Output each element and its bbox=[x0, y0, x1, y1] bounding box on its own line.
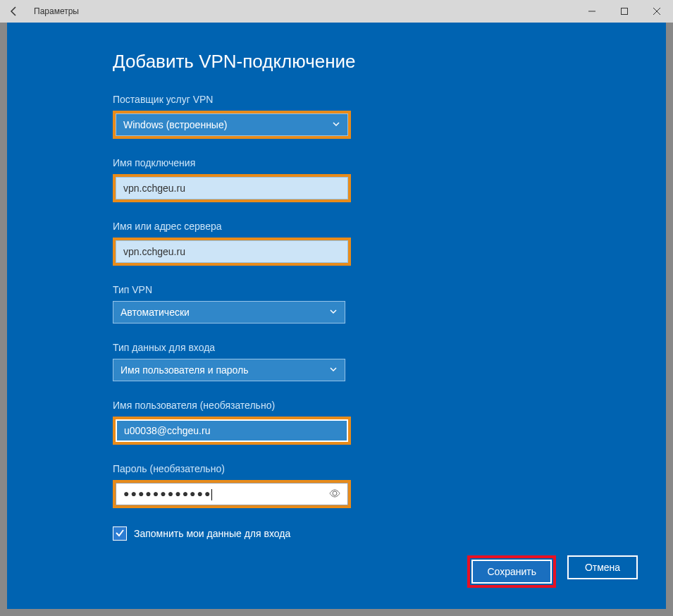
close-button[interactable] bbox=[641, 0, 673, 23]
username-input[interactable]: u00038@cchgeu.ru bbox=[116, 419, 348, 442]
checkmark-icon bbox=[115, 528, 125, 540]
username-label: Имя пользователя (необязательно) bbox=[113, 400, 631, 411]
dropdown-value: Имя пользователя и пароль bbox=[121, 364, 329, 376]
highlight-annotation: ●●●●●●●●●●●● bbox=[113, 480, 351, 508]
chevron-down-icon bbox=[329, 364, 338, 376]
vpn-provider-field: Поставщик услуг VPN Windows (встроенные) bbox=[113, 94, 631, 139]
password-field: Пароль (необязательно) ●●●●●●●●●●●● bbox=[113, 463, 631, 508]
username-field: Имя пользователя (необязательно) u00038@… bbox=[113, 400, 631, 445]
highlight-annotation: Windows (встроенные) bbox=[113, 111, 351, 139]
save-button[interactable]: Сохранить bbox=[471, 560, 552, 584]
titlebar: Параметры bbox=[0, 0, 673, 23]
password-input[interactable]: ●●●●●●●●●●●● bbox=[116, 483, 348, 505]
close-icon bbox=[653, 8, 660, 15]
connection-name-label: Имя подключения bbox=[113, 157, 631, 168]
window-frame: Параметры Добавить VPN-подключ bbox=[0, 0, 673, 616]
server-address-input[interactable]: vpn.cchgeu.ru bbox=[116, 240, 348, 263]
highlight-annotation: vpn.cchgeu.ru bbox=[113, 238, 351, 266]
chevron-down-icon bbox=[332, 118, 340, 131]
password-label: Пароль (необязательно) bbox=[113, 463, 631, 474]
vpn-type-dropdown[interactable]: Автоматически bbox=[113, 301, 345, 324]
remember-label: Запомнить мои данные для входа bbox=[134, 528, 290, 539]
remember-credentials-row: Запомнить мои данные для входа bbox=[113, 526, 631, 541]
auth-type-label: Тип данных для входа bbox=[113, 342, 631, 353]
connection-name-field: Имя подключения vpn.cchgeu.ru bbox=[113, 157, 631, 202]
svg-rect-1 bbox=[622, 8, 628, 15]
minimize-button[interactable] bbox=[576, 0, 608, 23]
highlight-annotation: vpn.cchgeu.ru bbox=[113, 174, 351, 202]
server-address-label: Имя или адрес сервера bbox=[113, 221, 631, 232]
dialog-content-area: Добавить VPN-подключение Поставщик услуг… bbox=[7, 23, 666, 609]
dialog-title: Добавить VPN-подключение bbox=[113, 51, 631, 73]
remember-checkbox[interactable] bbox=[113, 526, 127, 541]
vpn-provider-label: Поставщик услуг VPN bbox=[113, 94, 631, 105]
titlebar-controls bbox=[576, 0, 673, 23]
input-value: vpn.cchgeu.ru bbox=[123, 183, 185, 194]
password-value: ●●●●●●●●●●●● bbox=[123, 488, 340, 500]
auth-type-field: Тип данных для входа Имя пользователя и … bbox=[113, 342, 631, 381]
arrow-left-icon bbox=[8, 6, 20, 17]
connection-name-input[interactable]: vpn.cchgeu.ru bbox=[116, 177, 348, 199]
input-value: vpn.cchgeu.ru bbox=[123, 246, 185, 257]
chevron-down-icon bbox=[329, 306, 338, 319]
maximize-button[interactable] bbox=[608, 0, 641, 23]
dropdown-value: Автоматически bbox=[121, 307, 329, 318]
window-title: Параметры bbox=[34, 6, 79, 16]
eye-icon[interactable] bbox=[329, 488, 340, 501]
server-address-field: Имя или адрес сервера vpn.cchgeu.ru bbox=[113, 221, 631, 266]
minimize-icon bbox=[588, 8, 595, 15]
dropdown-value: Windows (встроенные) bbox=[123, 119, 332, 130]
highlight-annotation: u00038@cchgeu.ru bbox=[113, 417, 351, 445]
input-value: u00038@cchgeu.ru bbox=[124, 425, 210, 436]
back-button[interactable] bbox=[6, 3, 23, 20]
dialog-buttons: Сохранить Отмена bbox=[467, 555, 638, 588]
vpn-provider-dropdown[interactable]: Windows (встроенные) bbox=[116, 113, 348, 136]
cancel-button[interactable]: Отмена bbox=[567, 555, 638, 579]
maximize-icon bbox=[621, 8, 628, 15]
auth-type-dropdown[interactable]: Имя пользователя и пароль bbox=[113, 359, 345, 381]
highlight-annotation-red: Сохранить bbox=[467, 555, 556, 588]
vpn-type-field: Тип VPN Автоматически bbox=[113, 284, 631, 324]
vpn-type-label: Тип VPN bbox=[113, 284, 631, 295]
